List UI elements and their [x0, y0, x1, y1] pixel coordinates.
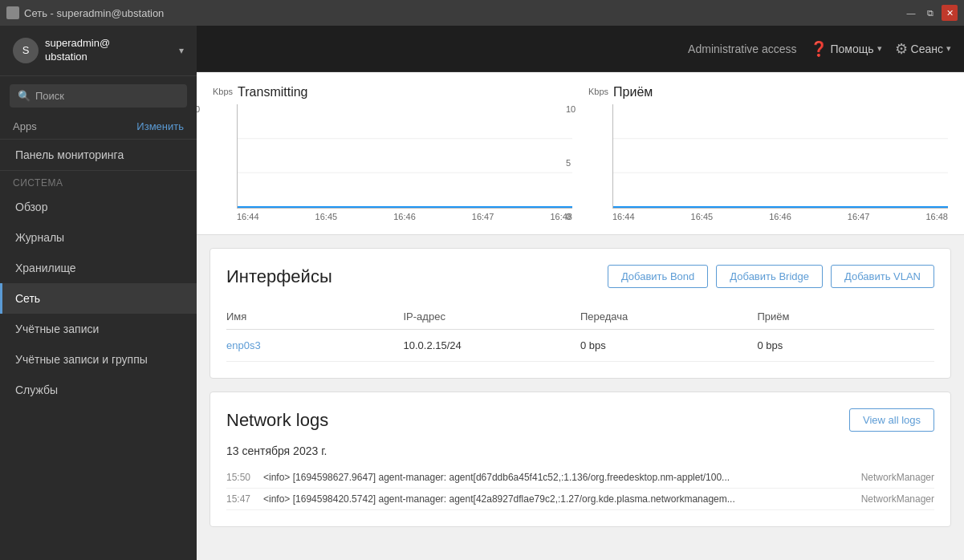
receiving-title: Приём — [613, 85, 653, 99]
transmitting-header: Kbps Transmitting — [213, 85, 572, 99]
sidebar-item-storage[interactable]: Хранилище — [0, 253, 197, 283]
help-chevron-icon: ▾ — [877, 43, 882, 54]
avatar: S — [13, 38, 39, 63]
admin-label: Administrative access — [688, 43, 796, 55]
interface-tx: 0 bps — [580, 339, 758, 351]
transmitting-y-labels: 10 5 0 — [197, 104, 200, 221]
receiving-y-labels: 10 5 0 — [566, 104, 576, 221]
interface-rx: 0 bps — [758, 339, 935, 351]
restore-button[interactable]: ⧉ — [922, 5, 938, 21]
receiving-unit: Kbps — [588, 85, 608, 96]
transmitting-x-labels: 16:44 16:45 16:46 16:47 16:48 — [237, 212, 572, 221]
interface-name-link[interactable]: enp0s3 — [226, 339, 404, 351]
topbar: Administrative access ❓ Помощь ▾ ⚙ Сеанс… — [197, 26, 964, 72]
minimize-button[interactable]: — — [903, 5, 919, 21]
help-icon: ❓ — [810, 40, 828, 58]
receiving-chart-wrapper: 10 5 0 1 — [588, 104, 948, 221]
sidebar-chevron-icon: ▾ — [179, 45, 184, 56]
interfaces-header: Интерфейсы Добавить Bond Добавить Bridge… — [226, 265, 934, 288]
add-bond-button[interactable]: Добавить Bond — [608, 265, 708, 288]
session-chevron-icon: ▾ — [946, 43, 951, 54]
interfaces-buttons: Добавить Bond Добавить Bridge Добавить V… — [608, 265, 934, 288]
transmitting-chart: Kbps Transmitting 10 5 0 — [213, 85, 572, 221]
transmitting-svg — [238, 104, 572, 208]
view-all-logs-button[interactable]: View all logs — [849, 408, 934, 432]
titlebar: Сеть - superadmin@ubstation — ⧉ ✕ — [0, 0, 964, 26]
titlebar-left: Сеть - superadmin@ubstation — [6, 6, 164, 19]
log-source-0: NetworkManager — [854, 472, 934, 483]
session-button[interactable]: ⚙ Сеанс ▾ — [895, 40, 951, 58]
log-time-1: 15:47 — [226, 493, 255, 505]
help-button[interactable]: ❓ Помощь ▾ — [810, 40, 882, 58]
log-text-0: <info> [1694598627.9647] agent-manager: … — [263, 472, 846, 483]
app-icon — [6, 6, 19, 19]
table-row: enp0s3 10.0.2.15/24 0 bps 0 bps — [226, 330, 934, 362]
receiving-chart: Kbps Приём 10 5 0 — [588, 85, 948, 221]
log-entry-0: 15:50 <info> [1694598627.9647] agent-man… — [226, 467, 934, 489]
sidebar-apps-row: Apps Изменить — [0, 116, 197, 139]
receiving-svg — [613, 104, 948, 208]
search-icon: 🔍 — [18, 90, 31, 102]
session-label: Сеанс — [911, 43, 943, 55]
add-vlan-button[interactable]: Добавить VLAN — [831, 265, 934, 288]
search-label: Поиск — [35, 90, 64, 102]
logs-header: Network logs View all logs — [226, 408, 934, 432]
sidebar-item-accounts-groups[interactable]: Учётные записи и группы — [0, 344, 197, 375]
sidebar-header[interactable]: S superadmin@ ubstation ▾ — [0, 26, 197, 76]
apps-change-button[interactable]: Изменить — [136, 120, 184, 132]
gear-icon: ⚙ — [895, 40, 908, 58]
logs-section: Network logs View all logs 13 сентября 2… — [209, 392, 951, 527]
transmitting-chart-area — [237, 104, 572, 209]
transmitting-unit: Kbps — [213, 85, 233, 96]
charts-section: Kbps Transmitting 10 5 0 — [197, 72, 964, 235]
sidebar-user: S superadmin@ ubstation — [13, 37, 110, 64]
receiving-chart-area — [612, 104, 948, 209]
transmitting-title: Transmitting — [238, 85, 307, 99]
sidebar-item-monitoring[interactable]: Панель мониторинга — [0, 140, 197, 170]
table-header: Имя IP-адрес Передача Приём — [226, 304, 934, 330]
log-source-1: NetworkManager — [854, 493, 934, 505]
close-button[interactable]: ✕ — [942, 5, 958, 21]
sidebar-item-accounts[interactable]: Учётные записи — [0, 314, 197, 344]
interfaces-title: Интерфейсы — [226, 266, 332, 287]
log-entry-1: 15:47 <info> [1694598420.5742] agent-man… — [226, 489, 934, 510]
log-time-0: 15:50 — [226, 472, 255, 483]
sidebar-item-logs[interactable]: Журналы — [0, 222, 197, 253]
add-bridge-button[interactable]: Добавить Bridge — [716, 265, 823, 288]
right-panel: Administrative access ❓ Помощь ▾ ⚙ Сеанс… — [197, 26, 964, 560]
titlebar-title: Сеть - superadmin@ubstation — [24, 7, 164, 19]
sidebar: S superadmin@ ubstation ▾ 🔍 Поиск Apps И… — [0, 26, 197, 560]
sidebar-username: superadmin@ ubstation — [45, 37, 110, 64]
content-area: Kbps Transmitting 10 5 0 — [197, 72, 964, 560]
log-text-1: <info> [1694598420.5742] agent-manager: … — [263, 493, 846, 505]
logs-title: Network logs — [226, 410, 328, 431]
receiving-x-labels: 16:44 16:45 16:46 16:47 16:48 — [612, 212, 948, 221]
interface-ip: 10.0.2.15/24 — [404, 339, 581, 351]
interfaces-section: Интерфейсы Добавить Bond Добавить Bridge… — [209, 248, 951, 379]
sidebar-search[interactable]: 🔍 Поиск — [10, 84, 187, 108]
sidebar-item-services[interactable]: Службы — [0, 375, 197, 405]
logs-date: 13 сентября 2023 г. — [226, 444, 934, 457]
receiving-header: Kbps Приём — [588, 85, 948, 99]
app-body: S superadmin@ ubstation ▾ 🔍 Поиск Apps И… — [0, 26, 964, 560]
titlebar-controls: — ⧉ ✕ — [903, 5, 958, 21]
transmitting-chart-wrapper: 10 5 0 1 — [213, 104, 572, 221]
sidebar-item-network[interactable]: Сеть — [0, 283, 197, 314]
help-label: Помощь — [831, 43, 874, 55]
sidebar-item-overview[interactable]: Обзор — [0, 192, 197, 222]
section-system: Система — [0, 171, 197, 192]
apps-label: Apps — [13, 120, 37, 132]
